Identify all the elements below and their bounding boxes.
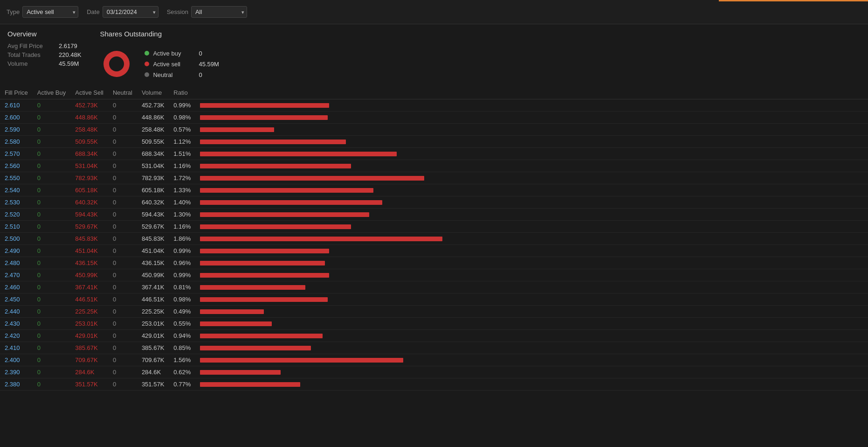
bar-fill	[200, 370, 281, 375]
cell-sell: 253.01K	[70, 318, 108, 330]
date-select[interactable]: 03/12/2024	[103, 6, 158, 18]
table-row: 2.500 0 845.83K 0 845.83K 1.86%	[0, 233, 868, 245]
bar-fill	[200, 382, 300, 387]
cell-sell: 429.01K	[70, 330, 108, 342]
bar-fill	[200, 261, 325, 265]
bar-background	[200, 175, 863, 182]
cell-ratio: 1.40%	[169, 196, 195, 209]
neutral-legend-label: Neutral	[153, 71, 195, 78]
active-buy-legend-value: 0	[199, 50, 202, 57]
bar-background	[200, 211, 863, 218]
legend-active-buy: Active buy 0	[145, 50, 219, 57]
date-label: Date	[87, 8, 99, 15]
cell-volume: 253.01K	[137, 318, 169, 330]
cell-volume: 509.55K	[137, 136, 169, 148]
table-row: 2.540 0 605.18K 0 605.18K 1.33%	[0, 184, 868, 196]
cell-ratio: 1.51%	[169, 148, 195, 160]
cell-price: 2.420	[0, 330, 33, 342]
cell-neutral: 0	[108, 136, 137, 148]
cell-bar	[195, 342, 868, 354]
table-row: 2.480 0 436.15K 0 436.15K 0.96%	[0, 257, 868, 269]
cell-ratio: 0.99%	[169, 269, 195, 281]
data-table-wrapper: Fill Price Active Buy Active Sell Neutra…	[0, 86, 868, 391]
avg-fill-price-label: Avg Fill Price	[7, 42, 49, 49]
data-table: Fill Price Active Buy Active Sell Neutra…	[0, 86, 868, 391]
cell-ratio: 0.99%	[169, 99, 195, 112]
table-row: 2.510 0 529.67K 0 529.67K 1.16%	[0, 221, 868, 233]
cell-price: 2.590	[0, 124, 33, 136]
cell-volume: 594.43K	[137, 209, 169, 221]
bar-fill	[200, 358, 403, 363]
type-select-wrapper[interactable]: Active sell Active buy Neutral	[22, 6, 78, 18]
type-filter: Type Active sell Active buy Neutral	[7, 6, 78, 18]
bar-fill	[200, 334, 323, 338]
cell-sell: 594.43K	[70, 209, 108, 221]
cell-buy: 0	[33, 366, 70, 378]
cell-buy: 0	[33, 160, 70, 172]
cell-buy: 0	[33, 99, 70, 112]
date-select-wrapper[interactable]: 03/12/2024	[103, 6, 158, 18]
bar-fill	[200, 152, 397, 156]
cell-buy: 0	[33, 281, 70, 293]
session-select-wrapper[interactable]: All Pre-market Regular After-hours	[191, 6, 247, 18]
table-body: 2.610 0 452.73K 0 452.73K 0.99% 2.600 0 …	[0, 99, 868, 391]
table-row: 2.550 0 782.93K 0 782.93K 1.72%	[0, 172, 868, 184]
total-trades-label: Total Trades	[7, 51, 49, 58]
type-label: Type	[7, 8, 20, 15]
active-sell-legend-value: 45.59M	[199, 61, 219, 68]
cell-price: 2.610	[0, 99, 33, 112]
cell-volume: 446.51K	[137, 293, 169, 306]
bar-fill	[200, 309, 264, 314]
bar-background	[200, 151, 863, 157]
cell-ratio: 1.16%	[169, 160, 195, 172]
cell-sell: 531.04K	[70, 160, 108, 172]
volume-label: Volume	[7, 60, 49, 67]
cell-buy: 0	[33, 245, 70, 257]
cell-neutral: 0	[108, 257, 137, 269]
bar-background	[200, 284, 863, 291]
active-buy-dot	[145, 51, 149, 56]
bar-background	[200, 308, 863, 315]
cell-price: 2.380	[0, 378, 33, 391]
cell-neutral: 0	[108, 209, 137, 221]
cell-price: 2.470	[0, 269, 33, 281]
cell-buy: 0	[33, 112, 70, 124]
cell-sell: 782.93K	[70, 172, 108, 184]
cell-volume: 351.57K	[137, 378, 169, 391]
col-volume: Volume	[137, 86, 169, 99]
bar-fill	[200, 273, 329, 278]
cell-bar	[195, 378, 868, 391]
cell-bar	[195, 99, 868, 112]
bar-fill	[200, 237, 442, 241]
overview-panel: Overview Avg Fill Price 2.6179 Total Tra…	[7, 30, 81, 69]
volume-row: Volume 45.59M	[7, 60, 81, 67]
bar-background	[200, 369, 863, 376]
cell-ratio: 0.98%	[169, 112, 195, 124]
cell-sell: 509.55K	[70, 136, 108, 148]
cell-sell: 688.34K	[70, 148, 108, 160]
cell-bar	[195, 245, 868, 257]
bar-background	[200, 272, 863, 279]
cell-volume: 258.48K	[137, 124, 169, 136]
cell-sell: 451.04K	[70, 245, 108, 257]
bar-fill	[200, 249, 329, 253]
session-select[interactable]: All Pre-market Regular After-hours	[191, 6, 247, 18]
bar-fill	[200, 346, 311, 350]
type-select[interactable]: Active sell Active buy Neutral	[22, 6, 78, 18]
cell-sell: 351.57K	[70, 378, 108, 391]
table-row: 2.590 0 258.48K 0 258.48K 0.57%	[0, 124, 868, 136]
bar-background	[200, 321, 863, 327]
cell-neutral: 0	[108, 112, 137, 124]
col-ratio: Ratio	[169, 86, 195, 99]
cell-bar	[195, 330, 868, 342]
cell-bar	[195, 366, 868, 378]
cell-bar	[195, 160, 868, 172]
cell-buy: 0	[33, 342, 70, 354]
bar-fill	[200, 321, 272, 326]
cell-ratio: 1.12%	[169, 136, 195, 148]
table-row: 2.410 0 385.67K 0 385.67K 0.85%	[0, 342, 868, 354]
cell-volume: 225.25K	[137, 306, 169, 318]
bar-fill	[200, 285, 305, 290]
cell-price: 2.570	[0, 148, 33, 160]
cell-sell: 709.67K	[70, 354, 108, 366]
